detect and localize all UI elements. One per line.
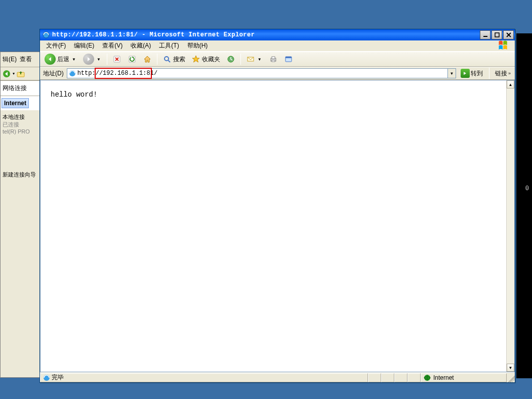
stop-button[interactable] — [110, 53, 124, 65]
address-label: 地址(D) — [42, 69, 65, 78]
menu-tools[interactable]: 工具(T) — [155, 40, 183, 51]
refresh-icon — [128, 55, 137, 64]
page-body[interactable]: hello word! — [40, 80, 506, 372]
svg-point-8 — [165, 57, 169, 61]
go-arrow-icon — [461, 69, 470, 78]
status-pane-3 — [394, 373, 407, 382]
window-title: http://192.168.1.1:81/ - Microsoft Inter… — [52, 31, 479, 38]
edit-button[interactable] — [281, 53, 296, 65]
refresh-button[interactable] — [125, 53, 139, 65]
history-button[interactable] — [224, 53, 238, 65]
home-icon — [143, 55, 152, 64]
vertical-scrollbar[interactable]: ▲ ▼ — [506, 80, 514, 372]
scroll-down-button[interactable]: ▼ — [507, 364, 514, 372]
search-icon — [162, 55, 172, 64]
bg-lan-adapter: tel(R) PRO — [3, 128, 38, 135]
svg-rect-12 — [272, 57, 275, 59]
bg-menu-edit-partial: 辑(E) — [3, 55, 17, 64]
minimize-button[interactable] — [480, 30, 490, 39]
page-text: hello word! — [51, 91, 97, 99]
bg-wizard-label: 新建连接向导 — [3, 171, 38, 179]
status-main-pane: 完毕 — [40, 373, 368, 382]
svg-rect-5 — [495, 33, 499, 37]
background-network-window: 辑(E) 查看 ▾ 网络连接 Internet 本地连接 已连接 tel(R) … — [0, 52, 40, 378]
chevron-down-icon[interactable]: ▼ — [71, 57, 77, 62]
back-button[interactable]: 后退 ▼ — [42, 52, 79, 66]
background-terminal: 0 — [516, 33, 532, 378]
links-button[interactable]: 链接 » — [493, 69, 513, 78]
menu-favorites[interactable]: 收藏(A) — [127, 40, 155, 51]
search-button[interactable]: 搜索 — [160, 53, 188, 65]
print-icon — [269, 55, 278, 64]
bg-selected-internet: Internet — [2, 98, 29, 108]
go-label: 转到 — [471, 69, 483, 78]
content-area: hello word! ▲ ▼ — [40, 80, 515, 372]
back-icon — [3, 70, 11, 78]
address-input[interactable] — [77, 69, 447, 78]
edit-page-icon — [284, 55, 293, 64]
stop-icon — [112, 55, 121, 64]
go-button[interactable]: 转到 — [458, 68, 485, 79]
back-label: 后退 — [57, 55, 69, 64]
zone-text: Internet — [433, 374, 454, 381]
status-pane-2 — [381, 373, 394, 382]
page-icon — [43, 374, 51, 382]
mail-icon — [246, 55, 255, 64]
print-button[interactable] — [266, 53, 280, 65]
close-button[interactable] — [503, 30, 514, 39]
chevron-down-icon[interactable]: ▼ — [257, 57, 263, 62]
globe-icon — [423, 374, 431, 382]
bg-lan-status: 已连接 — [3, 121, 38, 128]
menu-edit[interactable]: 编辑(E) — [70, 40, 98, 51]
address-bar: 地址(D) ▼ 转到 链接 » — [40, 67, 515, 80]
svg-rect-15 — [285, 57, 292, 58]
menu-help[interactable]: 帮助(H) — [183, 40, 212, 51]
status-pane-1 — [368, 373, 381, 382]
bg-lan-label: 本地连接 — [3, 113, 38, 121]
bg-menu-view-partial: 查看 — [20, 55, 32, 64]
ie-icon — [42, 31, 50, 39]
maximize-button[interactable] — [492, 30, 502, 39]
favorites-label: 收藏夹 — [202, 55, 220, 64]
ie-window: http://192.168.1.1:81/ - Microsoft Inter… — [39, 29, 515, 383]
chevron-down-icon[interactable]: ▼ — [96, 57, 102, 62]
terminal-digit: 0 — [525, 185, 529, 192]
menu-file[interactable]: 文件(F) — [42, 40, 70, 51]
links-label: 链接 — [495, 69, 507, 78]
mail-button[interactable]: ▼ — [243, 53, 265, 65]
status-pane-4 — [407, 373, 421, 382]
statusbar: 完毕 Internet — [40, 372, 515, 382]
search-label: 搜索 — [173, 55, 185, 64]
forward-button[interactable]: ▼ — [80, 52, 104, 66]
status-zone-pane: Internet — [421, 373, 507, 382]
forward-arrow-icon — [83, 54, 94, 65]
toolbar: 后退 ▼ ▼ — [40, 52, 515, 67]
address-input-wrap[interactable]: ▼ — [67, 68, 456, 78]
page-icon — [68, 69, 76, 77]
favorites-button[interactable]: 收藏夹 — [189, 53, 223, 65]
resize-grip[interactable] — [507, 373, 515, 382]
windows-flag-icon — [498, 41, 513, 51]
address-dropdown[interactable]: ▼ — [447, 69, 456, 78]
svg-rect-4 — [483, 36, 487, 37]
back-arrow-icon — [45, 54, 56, 65]
history-icon — [226, 55, 235, 64]
folder-up-icon — [17, 70, 25, 78]
svg-rect-13 — [272, 60, 275, 62]
menubar: 文件(F) 编辑(E) 查看(V) 收藏(A) 工具(T) 帮助(H) — [40, 40, 515, 52]
status-text: 完毕 — [52, 373, 64, 382]
scroll-track[interactable] — [507, 88, 514, 364]
star-icon — [191, 55, 200, 64]
bg-section-header: 网络连接 — [3, 84, 27, 92]
scroll-up-button[interactable]: ▲ — [507, 80, 514, 88]
titlebar[interactable]: http://192.168.1.1:81/ - Microsoft Inter… — [40, 29, 515, 40]
svg-point-16 — [69, 70, 75, 76]
home-button[interactable] — [140, 53, 154, 65]
menu-view[interactable]: 查看(V) — [98, 40, 127, 51]
